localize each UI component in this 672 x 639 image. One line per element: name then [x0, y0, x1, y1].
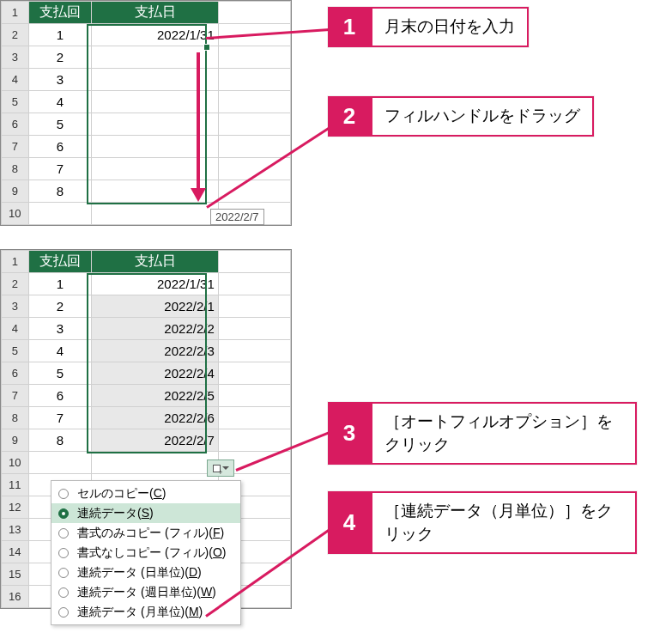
cell[interactable]: 1 — [28, 273, 92, 295]
cell[interactable] — [92, 203, 218, 225]
menu-item-fill-format-only[interactable]: 書式のみコピー (フィル)(F) — [51, 523, 240, 543]
cell[interactable]: 2022/2/3 — [92, 340, 218, 362]
step-text: ［連続データ（月単位）］をクリック — [371, 491, 637, 554]
cell[interactable]: 4 — [28, 340, 92, 362]
cell[interactable] — [218, 69, 290, 91]
cell[interactable]: 2 — [28, 46, 92, 69]
row-header[interactable]: 2 — [2, 24, 29, 46]
cell[interactable]: 2022/2/6 — [92, 407, 218, 429]
cell[interactable] — [218, 318, 290, 340]
row-header[interactable]: 9 — [2, 429, 29, 452]
cell[interactable] — [28, 203, 92, 225]
cell[interactable]: 2022/1/31 — [92, 273, 218, 295]
radio-icon — [58, 508, 69, 519]
row-header[interactable]: 14 — [2, 541, 29, 563]
cell[interactable]: 1 — [28, 24, 92, 46]
callout-step-1: 1 月末の日付を入力 — [328, 7, 529, 47]
radio-icon — [58, 568, 69, 578]
cell[interactable]: 2022/2/4 — [92, 362, 218, 385]
autofill-options-button[interactable] — [207, 459, 234, 477]
cell[interactable]: 4 — [28, 91, 92, 113]
drag-tooltip: 2022/2/7 — [210, 209, 264, 225]
radio-icon — [58, 587, 69, 598]
row-header[interactable]: 6 — [2, 362, 29, 385]
cell[interactable] — [218, 2, 290, 24]
column-header-payno[interactable]: 支払回 — [28, 2, 92, 24]
autofill-options-menu: セルのコピー(C) 連続データ(S) 書式のみコピー (フィル)(F) 書式なし… — [51, 480, 241, 625]
callout-step-2: 2 フィルハンドルをドラッグ — [328, 96, 594, 137]
row-header[interactable]: 15 — [2, 563, 29, 586]
menu-item-fill-without-format[interactable]: 書式なしコピー (フィル)(O) — [51, 543, 240, 563]
fill-handle[interactable] — [203, 44, 210, 51]
cell[interactable] — [218, 340, 290, 362]
row-header[interactable]: 8 — [2, 158, 29, 180]
radio-icon — [58, 489, 69, 499]
row-header[interactable]: 6 — [2, 113, 29, 136]
callout-step-4: 4 ［連続データ（月単位）］をクリック — [328, 491, 637, 554]
row-header[interactable]: 7 — [2, 385, 29, 407]
cell[interactable]: 7 — [28, 407, 92, 429]
cell[interactable]: 2022/2/5 — [92, 385, 218, 407]
column-header-paydate[interactable]: 支払日 — [92, 2, 218, 24]
column-header-paydate[interactable]: 支払日 — [92, 251, 218, 273]
cell[interactable] — [218, 273, 290, 295]
step-text: 月末の日付を入力 — [371, 7, 529, 47]
radio-icon — [58, 528, 69, 539]
cell[interactable]: 3 — [28, 69, 92, 91]
cell[interactable]: 8 — [28, 180, 92, 203]
cell[interactable]: 5 — [28, 113, 92, 136]
row-header[interactable]: 3 — [2, 295, 29, 318]
cell[interactable]: 8 — [28, 429, 92, 452]
cell[interactable] — [28, 452, 92, 474]
cell[interactable]: 6 — [28, 385, 92, 407]
cell[interactable] — [218, 407, 290, 429]
cell[interactable]: 7 — [28, 158, 92, 180]
cell[interactable] — [218, 113, 290, 136]
spreadsheet-bottom: 1 支払回 支払日 212022/1/31 322022/2/1 432022/… — [0, 249, 292, 609]
row-header[interactable]: 3 — [2, 46, 29, 69]
row-header[interactable]: 13 — [2, 519, 29, 541]
cell[interactable]: 2022/2/2 — [92, 318, 218, 340]
row-header[interactable]: 8 — [2, 407, 29, 429]
row-header[interactable]: 1 — [2, 251, 29, 273]
cell[interactable] — [218, 46, 290, 69]
cell[interactable] — [218, 429, 290, 452]
row-header[interactable]: 10 — [2, 203, 29, 225]
cell[interactable] — [218, 251, 290, 273]
row-header[interactable]: 4 — [2, 69, 29, 91]
column-header-payno[interactable]: 支払回 — [28, 251, 92, 273]
menu-item-fill-series[interactable]: 連続データ(S) — [51, 503, 240, 523]
row-header[interactable]: 10 — [2, 452, 29, 474]
cell[interactable]: 2022/2/7 — [92, 429, 218, 452]
row-header[interactable]: 1 — [2, 2, 29, 24]
cell[interactable]: 5 — [28, 362, 92, 385]
cell[interactable] — [92, 452, 218, 474]
row-header[interactable]: 16 — [2, 586, 29, 608]
row-header[interactable]: 12 — [2, 496, 29, 519]
cell[interactable] — [218, 91, 290, 113]
row-header[interactable]: 9 — [2, 180, 29, 203]
cell[interactable] — [218, 362, 290, 385]
row-header[interactable]: 5 — [2, 91, 29, 113]
chevron-down-icon — [222, 466, 229, 470]
row-header[interactable]: 2 — [2, 273, 29, 295]
cell[interactable]: 3 — [28, 318, 92, 340]
step-number: 4 — [328, 491, 371, 554]
row-header[interactable]: 4 — [2, 318, 29, 340]
step-number: 1 — [328, 7, 371, 47]
cell[interactable]: 2022/1/31 — [92, 24, 218, 46]
row-header[interactable]: 7 — [2, 136, 29, 158]
menu-item-fill-weekdays[interactable]: 連続データ (週日単位)(W) — [51, 582, 240, 602]
cell[interactable]: 6 — [28, 136, 92, 158]
callout-step-3: 3 ［オートフィルオプション］をクリック — [328, 402, 637, 465]
cell[interactable]: 2022/2/1 — [92, 295, 218, 318]
cell[interactable] — [218, 136, 290, 158]
cell[interactable] — [218, 385, 290, 407]
step-text: フィルハンドルをドラッグ — [371, 96, 594, 137]
menu-item-copy-cells[interactable]: セルのコピー(C) — [51, 484, 240, 503]
menu-item-fill-days[interactable]: 連続データ (日単位)(D) — [51, 563, 240, 582]
cell[interactable] — [218, 295, 290, 318]
cell[interactable]: 2 — [28, 295, 92, 318]
row-header[interactable]: 5 — [2, 340, 29, 362]
row-header[interactable]: 11 — [2, 474, 29, 496]
